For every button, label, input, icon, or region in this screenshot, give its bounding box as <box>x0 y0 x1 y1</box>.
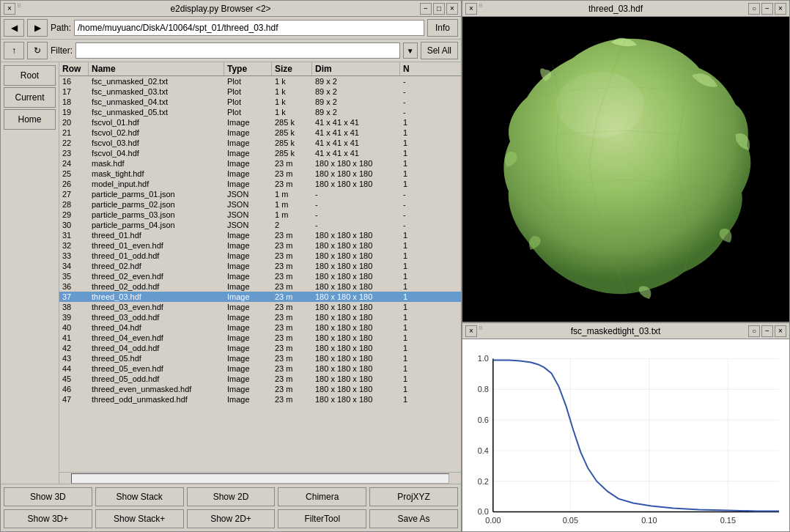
viewer-close-right[interactable]: × <box>775 3 786 15</box>
refresh-button[interactable]: ↻ <box>27 42 48 59</box>
proj-xyz-button[interactable]: ProjXYZ <box>369 487 458 506</box>
filter-tool-button[interactable]: FilterTool <box>278 509 366 528</box>
table-row[interactable]: 42 threed_04_odd.hdf Image 23 m 180 x 18… <box>59 343 461 353</box>
cell-n: 1 <box>400 322 422 333</box>
info-button[interactable]: Info <box>427 19 458 37</box>
chimera-button[interactable]: Chimera <box>278 487 366 506</box>
cell-name: threed_04_odd.hdf <box>89 343 224 353</box>
h-scroll-track[interactable] <box>71 473 449 484</box>
viewer-minimize[interactable]: ○ <box>748 3 760 15</box>
table-row[interactable]: 25 mask_tight.hdf Image 23 m 180 x 180 x… <box>59 169 461 179</box>
plot-close-right[interactable]: × <box>775 325 786 337</box>
cell-row-num: 30 <box>59 220 89 230</box>
back-button[interactable]: ◀ <box>4 19 24 37</box>
table-row[interactable]: 28 particle_parms_02.json JSON 1 m - - <box>59 199 461 210</box>
table-row[interactable]: 36 threed_02_odd.hdf Image 23 m 180 x 18… <box>59 281 461 292</box>
table-row[interactable]: 40 threed_04.hdf Image 23 m 180 x 180 x … <box>59 322 461 333</box>
cell-name: fscvol_03.hdf <box>89 138 224 148</box>
close-button[interactable]: × <box>4 3 15 15</box>
table-row[interactable]: 43 threed_05.hdf Image 23 m 180 x 180 x … <box>59 353 461 363</box>
restore-button[interactable]: □ <box>433 3 445 15</box>
table-row[interactable]: 32 threed_01_even.hdf Image 23 m 180 x 1… <box>59 240 461 251</box>
cell-size: 23 m <box>272 394 312 404</box>
cell-name: threed_03_odd.hdf <box>89 312 224 322</box>
scrollbar-spacer <box>422 62 434 75</box>
show-2d-button[interactable]: Show 2D <box>187 487 276 506</box>
filter-dropdown-button[interactable]: ▼ <box>403 43 418 59</box>
up-button[interactable]: ↑ <box>4 42 24 59</box>
table-row[interactable]: 30 particle_parms_04.json JSON 2 - - <box>59 220 461 230</box>
table-row[interactable]: 19 fsc_unmasked_05.txt Plot 1 k 89 x 2 - <box>59 107 461 117</box>
cell-n: 1 <box>400 363 422 374</box>
table-row[interactable]: 22 fscvol_03.hdf Image 285 k 41 x 41 x 4… <box>59 138 461 148</box>
table-row[interactable]: 44 threed_05_even.hdf Image 23 m 180 x 1… <box>59 363 461 374</box>
table-row[interactable]: 33 threed_01_odd.hdf Image 23 m 180 x 18… <box>59 251 461 261</box>
table-row[interactable]: 46 threed_even_unmasked.hdf Image 23 m 1… <box>59 384 461 394</box>
save-as-button[interactable]: Save As <box>369 509 458 528</box>
cell-row-num: 45 <box>59 374 89 384</box>
cell-dim: 180 x 180 x 180 <box>312 251 400 261</box>
cell-size: 23 m <box>272 169 312 179</box>
filter-input[interactable] <box>75 43 400 59</box>
table-scroll[interactable]: 16 fsc_unmasked_02.txt Plot 1 k 89 x 2 -… <box>59 76 461 472</box>
plot-close-left[interactable]: × <box>465 325 477 337</box>
cell-n: 1 <box>400 281 422 292</box>
current-nav-item[interactable]: Current <box>4 87 56 108</box>
table-row[interactable]: 29 particle_parms_03.json JSON 1 m - - <box>59 210 461 220</box>
cell-size: 1 k <box>272 107 312 117</box>
cell-type: Image <box>224 363 272 374</box>
forward-button[interactable]: ▶ <box>27 19 48 37</box>
table-row[interactable]: 41 threed_04_even.hdf Image 23 m 180 x 1… <box>59 333 461 343</box>
cell-dim: 180 x 180 x 180 <box>312 333 400 343</box>
root-nav-item[interactable]: Root <box>4 65 56 86</box>
table-row[interactable]: 26 model_input.hdf Image 23 m 180 x 180 … <box>59 179 461 189</box>
plot-restore[interactable]: − <box>761 325 773 337</box>
show-3d-button[interactable]: Show 3D <box>4 487 92 506</box>
col-header-name[interactable]: Name <box>89 62 224 75</box>
viewer-close-left[interactable]: × <box>465 3 477 15</box>
table-row[interactable]: 47 threed_odd_unmasked.hdf Image 23 m 18… <box>59 394 461 404</box>
col-header-n[interactable]: N <box>400 62 422 75</box>
show-2d-plus-button[interactable]: Show 2D+ <box>187 509 276 528</box>
home-nav-item[interactable]: Home <box>4 109 56 130</box>
table-row[interactable]: 21 fscvol_02.hdf Image 285 k 41 x 41 x 4… <box>59 128 461 138</box>
table-row[interactable]: 17 fsc_unmasked_03.txt Plot 1 k 89 x 2 - <box>59 86 461 97</box>
table-row[interactable]: 38 threed_03_even.hdf Image 23 m 180 x 1… <box>59 302 461 312</box>
path-input[interactable] <box>74 20 424 36</box>
minimize-button[interactable]: − <box>420 3 432 15</box>
horizontal-scrollbar[interactable] <box>59 472 461 484</box>
table-row[interactable]: 18 fsc_unmasked_04.txt Plot 1 k 89 x 2 - <box>59 97 461 107</box>
show-stack-button[interactable]: Show Stack <box>95 487 184 506</box>
col-header-type[interactable]: Type <box>224 62 272 75</box>
table-row[interactable]: 39 threed_03_odd.hdf Image 23 m 180 x 18… <box>59 312 461 322</box>
table-row[interactable]: 37 threed_03.hdf Image 23 m 180 x 180 x … <box>59 292 461 302</box>
plot-title: fsc_maskedtight_03.txt <box>483 326 748 336</box>
table-row[interactable]: 31 threed_01.hdf Image 23 m 180 x 180 x … <box>59 230 461 240</box>
sel-all-button[interactable]: Sel All <box>421 42 458 59</box>
cell-size: 23 m <box>272 158 312 169</box>
cell-type: Image <box>224 128 272 138</box>
table-row[interactable]: 20 fscvol_01.hdf Image 285 k 41 x 41 x 4… <box>59 117 461 128</box>
table-row[interactable]: 23 fscvol_04.hdf Image 285 k 41 x 41 x 4… <box>59 148 461 158</box>
cell-n: 1 <box>400 374 422 384</box>
table-row[interactable]: 34 threed_02.hdf Image 23 m 180 x 180 x … <box>59 261 461 271</box>
plot-minimize[interactable]: ○ <box>748 325 760 337</box>
cell-name: fscvol_01.hdf <box>89 117 224 128</box>
cell-n: 1 <box>400 292 422 302</box>
col-header-size[interactable]: Size <box>272 62 312 75</box>
viewer-restore[interactable]: − <box>761 3 773 15</box>
col-header-dim[interactable]: Dim <box>312 62 400 75</box>
cell-dim: - <box>312 189 400 199</box>
cell-row-num: 32 <box>59 240 89 251</box>
show-stack-plus-button[interactable]: Show Stack+ <box>95 509 184 528</box>
col-header-row[interactable]: Row <box>59 62 89 75</box>
close-button-right[interactable]: × <box>446 3 458 15</box>
table-row[interactable]: 45 threed_05_odd.hdf Image 23 m 180 x 18… <box>59 374 461 384</box>
table-row[interactable]: 16 fsc_unmasked_02.txt Plot 1 k 89 x 2 - <box>59 76 461 86</box>
show-3d-plus-button[interactable]: Show 3D+ <box>4 509 92 528</box>
table-row[interactable]: 24 mask.hdf Image 23 m 180 x 180 x 180 1 <box>59 158 461 169</box>
viewer-content[interactable] <box>462 17 789 322</box>
table-row[interactable]: 35 threed_02_even.hdf Image 23 m 180 x 1… <box>59 271 461 281</box>
cell-dim: - <box>312 220 400 230</box>
table-row[interactable]: 27 particle_parms_01.json JSON 1 m - - <box>59 189 461 199</box>
